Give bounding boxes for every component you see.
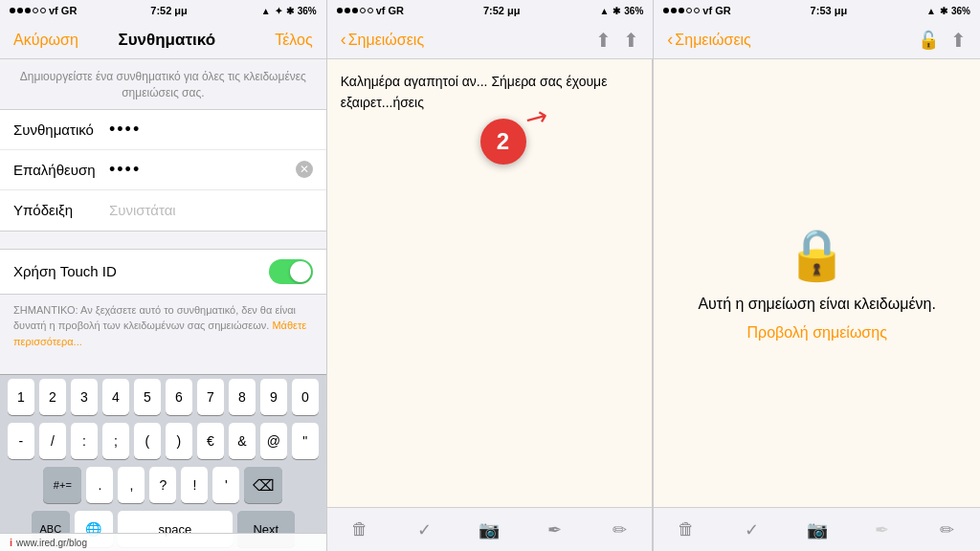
status-bar-3: vf GR 7:53 μμ ▲ ✱ 36% (654, 0, 980, 21)
signal-icon-3: ▲ (926, 6, 936, 16)
back-label-3: Σημειώσεις (675, 32, 750, 49)
bluetooth-icon-3: ✱ (940, 6, 947, 16)
wifi-icon-1: ✦ (275, 6, 282, 16)
key-at[interactable]: @ (260, 423, 287, 459)
signal-dots-2 (337, 8, 373, 13)
locked-text: Αυτή η σημείωση είναι κλειδωμένη. (698, 296, 936, 313)
bluetooth-icon-1: ✱ (286, 6, 294, 16)
dot1 (10, 8, 15, 13)
dot5-3 (694, 8, 700, 13)
bottom-bar-3: 🗑 ✓ 📷 ✒ ✏ (654, 507, 980, 551)
hint-label: Υπόδειξη (13, 202, 109, 218)
key-9[interactable]: 9 (260, 379, 287, 415)
key-6[interactable]: 6 (166, 379, 192, 415)
battery-label-1: 36% (298, 6, 317, 16)
key-comma[interactable]: , (118, 467, 145, 503)
key-row-1: 1 2 3 4 5 6 7 8 9 0 (0, 375, 326, 419)
share-icon-3[interactable]: ⬆ (950, 29, 967, 52)
signal-icon-1: ▲ (261, 6, 271, 16)
key-8[interactable]: 8 (229, 379, 256, 415)
hint-placeholder: Συνιστάται (109, 202, 313, 218)
key-3[interactable]: 3 (71, 379, 98, 415)
battery-label-2: 36% (624, 6, 643, 16)
key-lparen[interactable]: ( (134, 423, 161, 459)
back-arrow-3: ‹ (667, 30, 673, 50)
confirm-row[interactable]: Επαλήθευση •••• ✕ (0, 150, 326, 190)
touch-id-row[interactable]: Χρήση Touch ID (0, 250, 326, 294)
key-apostrophe[interactable]: ' (212, 467, 239, 503)
time-label-1: 7:52 μμ (150, 5, 188, 16)
checkmark-icon-2[interactable]: ✓ (414, 519, 435, 540)
key-colon[interactable]: : (71, 423, 98, 459)
key-semicolon[interactable]: ; (102, 423, 129, 459)
note-text-2: Καλημέρα αγαπητοί αν... Σήμερα σας έχουμ… (341, 74, 608, 110)
hint-row[interactable]: Υπόδειξη Συνιστάται (0, 190, 326, 231)
key-2[interactable]: 2 (39, 379, 66, 415)
key-hashtag[interactable]: #+= (43, 467, 81, 503)
bluetooth-icon-2: ✱ (612, 6, 620, 16)
back-button-2[interactable]: ‹ Σημειώσεις (341, 30, 424, 50)
key-dash[interactable]: - (8, 423, 34, 459)
key-euro[interactable]: € (197, 423, 224, 459)
info-icon: i (10, 537, 12, 548)
key-0[interactable]: 0 (292, 379, 319, 415)
trash-icon-2[interactable]: 🗑 (349, 519, 370, 540)
back-arrow-2: ‹ (341, 30, 346, 50)
nav-bar-3: ‹ Σημειώσεις 🔓 ⬆ (654, 21, 980, 59)
view-note-link[interactable]: Προβολή σημείωσης (747, 324, 887, 342)
status-bar-1: vf GR 7:52 μμ ▲ ✦ ✱ 36% (0, 0, 326, 21)
dot2-2 (345, 8, 350, 13)
edit-icon-2[interactable]: ✏ (609, 519, 630, 540)
key-slash[interactable]: / (39, 423, 66, 459)
password-label: Συνθηματικό (13, 121, 109, 138)
cancel-button[interactable]: Ακύρωση (13, 32, 78, 49)
checkmark-icon-3[interactable]: ✓ (742, 519, 763, 540)
status-right-1: ▲ ✦ ✱ 36% (261, 6, 317, 16)
key-exclaim[interactable]: ! (181, 467, 208, 503)
carrier-label-3: vf GR (702, 5, 730, 16)
dot4-2 (360, 8, 366, 13)
share-icon-2[interactable]: ⬆ (623, 29, 639, 52)
pen-icon-2[interactable]: ✒ (544, 519, 565, 540)
clear-button[interactable]: ✕ (296, 161, 313, 178)
key-4[interactable]: 4 (102, 379, 129, 415)
step-badge-container: ↗ 2 (480, 119, 526, 165)
camera-icon-3[interactable]: 📷 (807, 519, 828, 540)
key-period[interactable]: . (86, 467, 113, 503)
warning-body: ΣΗΜΑΝΤΙΚΟ: Αν ξεχάσετε αυτό το συνθηματι… (13, 304, 296, 332)
bottom-banner: i www.ired.gr/blog (0, 533, 326, 551)
signal-icon-2: ▲ (599, 6, 609, 16)
status-left-2: vf GR (337, 5, 404, 16)
touch-id-toggle[interactable] (269, 259, 313, 284)
upload-icon[interactable]: ⬆ (595, 29, 612, 52)
phone3-content: 🔒 Αυτή η σημείωση είναι κλειδωμένη. Προβ… (654, 59, 980, 551)
trash-icon-3[interactable]: 🗑 (676, 519, 697, 540)
password-value: •••• (109, 120, 313, 140)
edit-icon-3[interactable]: ✏ (937, 519, 958, 540)
signal-dots (10, 8, 46, 13)
key-quote[interactable]: " (292, 423, 319, 459)
confirm-label: Επαλήθευση (13, 162, 109, 178)
key-5[interactable]: 5 (134, 379, 161, 415)
key-delete[interactable]: ⌫ (244, 467, 282, 503)
back-button-3[interactable]: ‹ Σημειώσεις (667, 30, 750, 50)
phone-panel-2: vf GR 7:52 μμ ▲ ✱ 36% ‹ Σημειώσεις ⬆ ⬆ Κ… (327, 0, 655, 551)
dot2 (17, 8, 23, 13)
key-question[interactable]: ? (149, 467, 176, 503)
camera-icon-2[interactable]: 📷 (479, 519, 500, 540)
pen-icon-3[interactable]: ✒ (872, 519, 893, 540)
touch-id-label: Χρήση Touch ID (13, 263, 117, 279)
carrier-label-2: vf GR (376, 5, 404, 16)
note-content-2: Καλημέρα αγαπητοί αν... Σήμερα σας έχουμ… (327, 59, 654, 551)
key-rparen[interactable]: ) (166, 423, 192, 459)
key-7[interactable]: 7 (197, 379, 224, 415)
lock-icon-nav[interactable]: 🔓 (918, 30, 939, 51)
key-amp[interactable]: & (229, 423, 256, 459)
dot5 (40, 8, 46, 13)
key-1[interactable]: 1 (8, 379, 34, 415)
done-button[interactable]: Τέλος (256, 32, 313, 49)
battery-label-3: 36% (951, 6, 970, 16)
password-row[interactable]: Συνθηματικό •••• (0, 110, 326, 150)
nav-bar-1: Ακύρωση Συνθηματικό Τέλος (0, 21, 326, 59)
settings-group: Συνθηματικό •••• Επαλήθευση •••• ✕ Υπόδε… (0, 109, 326, 231)
